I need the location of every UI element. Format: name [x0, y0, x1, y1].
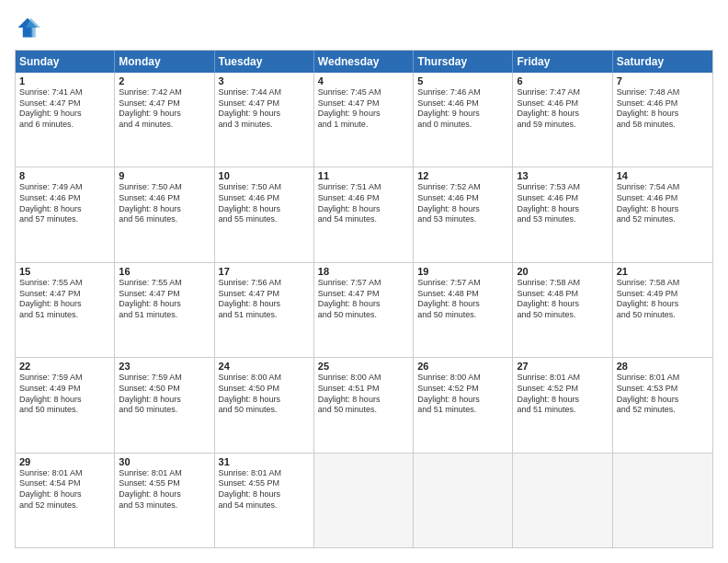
cell-info-line: and 57 minutes. [19, 214, 110, 225]
cell-info-line: Daylight: 8 hours [617, 204, 709, 215]
calendar-day-30: 30Sunrise: 8:01 AMSunset: 4:55 PMDayligh… [115, 454, 214, 547]
day-header-tuesday: Tuesday [215, 51, 314, 73]
day-number: 12 [417, 170, 508, 181]
cell-info-line: Sunrise: 7:58 AM [517, 278, 608, 289]
cell-info-line: Sunrise: 7:55 AM [119, 278, 210, 289]
cell-info-line: Sunrise: 7:59 AM [119, 373, 210, 384]
cell-info-line: and 51 minutes. [517, 405, 608, 416]
cell-info-line: and 53 minutes. [119, 500, 210, 511]
cell-info-line: Sunrise: 8:01 AM [617, 373, 709, 384]
cell-info-line: Sunset: 4:46 PM [19, 193, 110, 204]
day-number: 14 [617, 170, 709, 181]
calendar-day-4: 4Sunrise: 7:45 AMSunset: 4:47 PMDaylight… [314, 73, 414, 167]
calendar-day-22: 22Sunrise: 7:59 AMSunset: 4:49 PMDayligh… [16, 358, 115, 452]
day-number: 7 [617, 75, 709, 86]
cell-info-line: and 56 minutes. [119, 214, 210, 225]
cell-info-line: Sunset: 4:55 PM [219, 478, 310, 489]
cell-info-line: Sunrise: 7:50 AM [219, 182, 310, 193]
calendar-day-12: 12Sunrise: 7:52 AMSunset: 4:46 PMDayligh… [414, 167, 513, 261]
cell-info-line: and 51 minutes. [219, 310, 310, 321]
cell-info-line: and 3 minutes. [219, 120, 310, 131]
cell-info-line: and 6 minutes. [19, 120, 110, 131]
calendar-day-2: 2Sunrise: 7:42 AMSunset: 4:47 PMDaylight… [115, 73, 214, 167]
cell-info-line: Daylight: 8 hours [617, 109, 709, 120]
day-number: 16 [119, 266, 210, 277]
cell-info-line: Sunrise: 7:50 AM [119, 182, 210, 193]
calendar-day-28: 28Sunrise: 8:01 AMSunset: 4:53 PMDayligh… [613, 358, 712, 452]
day-number: 10 [219, 170, 310, 181]
cell-info-line: Sunrise: 7:53 AM [517, 182, 608, 193]
cell-info-line: and 1 minute. [318, 120, 409, 131]
calendar-day-15: 15Sunrise: 7:55 AMSunset: 4:47 PMDayligh… [16, 263, 115, 357]
cell-info-line: Sunrise: 7:45 AM [318, 87, 409, 98]
cell-info-line: Daylight: 8 hours [517, 204, 608, 215]
day-number: 31 [219, 456, 310, 467]
cell-info-line: Sunset: 4:47 PM [318, 289, 409, 300]
calendar-day-6: 6Sunrise: 7:47 AMSunset: 4:46 PMDaylight… [513, 73, 612, 167]
cell-info-line: Sunset: 4:47 PM [19, 98, 110, 109]
cell-info-line: Sunset: 4:47 PM [19, 289, 110, 300]
cell-info-line: and 53 minutes. [417, 214, 508, 225]
calendar-day-1: 1Sunrise: 7:41 AMSunset: 4:47 PMDaylight… [16, 73, 115, 167]
cell-info-line: Sunrise: 8:01 AM [19, 468, 110, 479]
cell-info-line: Sunset: 4:47 PM [119, 289, 210, 300]
cell-info-line: Daylight: 8 hours [318, 204, 409, 215]
day-number: 1 [19, 75, 110, 86]
day-number: 9 [119, 170, 210, 181]
cell-info-line: Sunrise: 8:01 AM [219, 468, 310, 479]
cell-info-line: and 50 minutes. [517, 310, 608, 321]
cell-info-line: Sunrise: 8:00 AM [417, 373, 508, 384]
header [15, 15, 713, 40]
calendar-header: SundayMondayTuesdayWednesdayThursdayFrid… [16, 51, 712, 73]
cell-info-line: Sunset: 4:50 PM [219, 384, 310, 395]
cell-info-line: Daylight: 8 hours [517, 395, 608, 406]
cell-info-line: Daylight: 8 hours [219, 299, 310, 310]
cell-info-line: Sunset: 4:46 PM [318, 193, 409, 204]
day-number: 21 [617, 266, 709, 277]
calendar-body: 1Sunrise: 7:41 AMSunset: 4:47 PMDaylight… [16, 73, 712, 547]
page: SundayMondayTuesdayWednesdayThursdayFrid… [0, 0, 728, 563]
cell-info-line: Sunrise: 7:51 AM [318, 182, 409, 193]
cell-info-line: Sunrise: 7:41 AM [19, 87, 110, 98]
day-number: 29 [19, 456, 110, 467]
cell-info-line: Sunrise: 7:56 AM [219, 278, 310, 289]
cell-info-line: Sunset: 4:48 PM [417, 289, 508, 300]
cell-info-line: Daylight: 9 hours [219, 109, 310, 120]
cell-info-line: and 50 minutes. [617, 310, 709, 321]
day-header-monday: Monday [115, 51, 214, 73]
cell-info-line: Daylight: 8 hours [219, 204, 310, 215]
day-number: 8 [19, 170, 110, 181]
cell-info-line: Daylight: 8 hours [19, 204, 110, 215]
day-number: 2 [119, 75, 210, 86]
day-number: 18 [318, 266, 409, 277]
cell-info-line: Sunrise: 7:59 AM [19, 373, 110, 384]
day-number: 6 [517, 75, 608, 86]
cell-info-line: Sunset: 4:46 PM [517, 98, 608, 109]
day-number: 3 [219, 75, 310, 86]
calendar-day-3: 3Sunrise: 7:44 AMSunset: 4:47 PMDaylight… [215, 73, 314, 167]
cell-info-line: Sunset: 4:46 PM [417, 193, 508, 204]
calendar-week-5: 29Sunrise: 8:01 AMSunset: 4:54 PMDayligh… [16, 453, 712, 547]
calendar-day-27: 27Sunrise: 8:01 AMSunset: 4:52 PMDayligh… [513, 358, 612, 452]
cell-info-line: and 50 minutes. [318, 405, 409, 416]
day-number: 19 [417, 266, 508, 277]
day-number: 22 [19, 361, 110, 372]
cell-info-line: Sunset: 4:46 PM [219, 193, 310, 204]
cell-info-line: Daylight: 8 hours [517, 299, 608, 310]
cell-info-line: and 0 minutes. [417, 120, 508, 131]
calendar-day-25: 25Sunrise: 8:00 AMSunset: 4:51 PMDayligh… [314, 358, 414, 452]
calendar-day-16: 16Sunrise: 7:55 AMSunset: 4:47 PMDayligh… [115, 263, 214, 357]
day-number: 4 [318, 75, 409, 86]
cell-info-line: and 4 minutes. [119, 120, 210, 131]
cell-info-line: Sunrise: 7:42 AM [119, 87, 210, 98]
day-number: 5 [417, 75, 508, 86]
cell-info-line: Sunrise: 7:49 AM [19, 182, 110, 193]
calendar-day-18: 18Sunrise: 7:57 AMSunset: 4:47 PMDayligh… [314, 263, 414, 357]
day-header-saturday: Saturday [613, 51, 712, 73]
cell-info-line: Sunrise: 8:00 AM [318, 373, 409, 384]
calendar-day-17: 17Sunrise: 7:56 AMSunset: 4:47 PMDayligh… [215, 263, 314, 357]
cell-info-line: Sunrise: 8:01 AM [517, 373, 608, 384]
calendar-week-2: 8Sunrise: 7:49 AMSunset: 4:46 PMDaylight… [16, 167, 712, 261]
calendar-day-10: 10Sunrise: 7:50 AMSunset: 4:46 PMDayligh… [215, 167, 314, 261]
cell-info-line: and 52 minutes. [617, 214, 709, 225]
